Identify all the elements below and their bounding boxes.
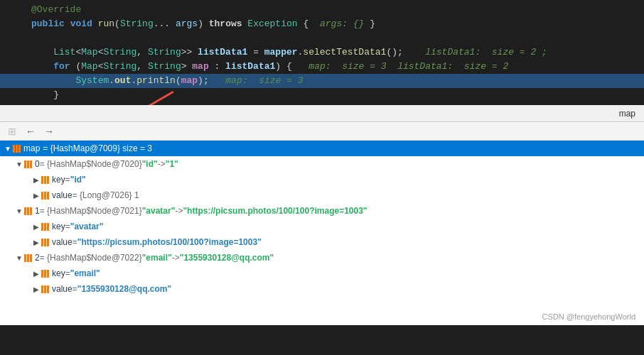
code-editor: @Override public void run(String... args… xyxy=(0,0,644,105)
debug-panel: map ⊞ ← → ▼ map = {HashMap@7009} size = … xyxy=(0,105,644,325)
debug-toolbar: ⊞ ← → xyxy=(0,122,644,141)
tree-item-2-key-label: key xyxy=(52,268,65,278)
tree-item-1-key-label: key xyxy=(52,222,65,231)
tree-arrow-1[interactable]: ▼ xyxy=(14,207,24,215)
tree-item-map-name: map xyxy=(23,143,40,153)
tree-arrow-map[interactable]: ▼ xyxy=(3,145,13,153)
tree-item-0[interactable]: ▼ 0 = {HashMap$Node@7020} "id" -> "1" xyxy=(0,156,644,172)
map-icon-1-key xyxy=(41,223,49,231)
tree-item-1-name: 1 xyxy=(35,206,40,216)
tree-arrow-1-value[interactable]: ▶ xyxy=(31,239,41,246)
tree-item-0-key[interactable]: ▶ key = "id" xyxy=(0,172,644,187)
tree-item-1-value-label: value xyxy=(52,237,73,247)
tree-item-1-value-link[interactable]: "https://picsum.photos/100/100?image=100… xyxy=(77,237,262,247)
tree-item-2[interactable]: ▼ 2 = {HashMap$Node@7022} "email" -> "13… xyxy=(0,250,644,266)
watermark: CSDN @fengyehongWorld xyxy=(542,312,635,321)
tree-item-1[interactable]: ▼ 1 = {HashMap$Node@7021} "avatar" -> "h… xyxy=(0,203,644,219)
debug-tree: ▼ map = {HashMap@7009} size = 3 ▼ 0 = {H… xyxy=(0,141,644,325)
tree-item-2-value[interactable]: ▶ value = "1355930128@qq.com" xyxy=(0,281,644,297)
tree-arrow-2[interactable]: ▼ xyxy=(14,254,24,262)
code-line-5: for (Map<String, String> map : listData1… xyxy=(0,60,644,74)
toolbar-forward-button[interactable]: → xyxy=(41,124,57,139)
tree-arrow-2-key[interactable]: ▶ xyxy=(31,270,41,278)
tree-arrow-0[interactable]: ▼ xyxy=(14,160,24,168)
tree-item-2-key[interactable]: ▶ key = "email" xyxy=(0,266,644,281)
map-icon-2-key xyxy=(41,270,49,278)
toolbar-grid-button[interactable]: ⊞ xyxy=(4,124,20,139)
tree-arrow-0-value[interactable]: ▶ xyxy=(31,192,41,200)
tree-arrow-2-value[interactable]: ▶ xyxy=(31,285,41,293)
map-icon-0 xyxy=(24,160,32,168)
toolbar-back-button[interactable]: ← xyxy=(23,124,38,139)
map-icon-2 xyxy=(24,254,32,262)
tree-item-1-value[interactable]: ▶ value = "https://picsum.photos/100/100… xyxy=(0,234,644,250)
tree-item-map-type: = {HashMap@7009} size = 3 xyxy=(43,143,152,153)
debug-header-title: map xyxy=(619,109,635,119)
tree-item-1-key[interactable]: ▶ key = "avatar" xyxy=(0,219,644,234)
tree-arrow-0-key[interactable]: ▶ xyxy=(31,176,41,184)
code-line-4: List<Map<String, String>> listData1 = ma… xyxy=(0,45,644,60)
tree-item-0-key-label: key xyxy=(52,175,65,185)
map-icon-0-val xyxy=(41,192,49,200)
tree-item-0-name: 0 xyxy=(35,159,40,169)
tree-arrow-1-key[interactable]: ▶ xyxy=(31,223,41,231)
code-line-2: public void run(String... args) throws E… xyxy=(0,17,644,31)
tree-item-0-value[interactable]: ▶ value = {Long@7026} 1 xyxy=(0,187,644,203)
map-icon-2-val xyxy=(41,285,49,293)
code-line-1: @Override xyxy=(0,3,644,17)
map-icon-1-val xyxy=(41,239,49,246)
map-icon-0-key xyxy=(41,176,49,184)
tree-item-0-value-label: value xyxy=(52,190,73,200)
map-icon-1 xyxy=(24,207,32,215)
debug-header: map xyxy=(0,105,644,122)
code-line-7: } xyxy=(0,88,644,102)
tree-item-0-type: = {HashMap$Node@7020} xyxy=(40,159,142,169)
code-line-3 xyxy=(0,31,644,45)
tree-item-map[interactable]: ▼ map = {HashMap@7009} size = 3 xyxy=(0,141,644,156)
tree-item-0-value: "id" xyxy=(142,159,158,169)
code-line-6: System.out.println(map); map: size = 3 xyxy=(0,74,644,88)
tree-item-2-value-link[interactable]: "1355930128@qq.com" xyxy=(77,284,172,294)
tree-item-2-name: 2 xyxy=(35,253,40,263)
map-icon xyxy=(13,145,21,153)
tree-item-2-value-label: value xyxy=(52,284,73,294)
